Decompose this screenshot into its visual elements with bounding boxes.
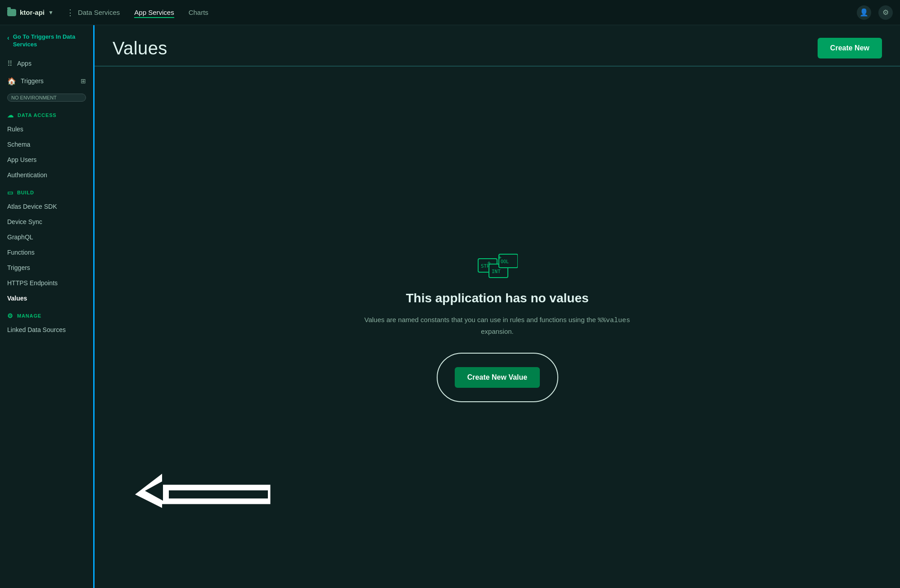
folder-icon xyxy=(7,9,16,16)
settings-icon[interactable]: ⚙ xyxy=(878,5,893,20)
empty-state: STR INT OOL + + This application has no … xyxy=(95,67,900,588)
sidebar-item-app-users[interactable]: App Users xyxy=(0,152,93,167)
project-selector[interactable]: ktor-api ▼ xyxy=(7,9,54,16)
main-content: Values Create New STR INT OOL + + This a… xyxy=(95,25,900,588)
sidebar-item-triggers[interactable]: Triggers xyxy=(0,260,93,275)
create-new-value-button[interactable]: Create New Value xyxy=(455,367,540,388)
dropdown-icon: ▼ xyxy=(48,9,54,16)
values-icon: STR INT OOL + + xyxy=(477,251,518,282)
tab-data-services[interactable]: Data Services xyxy=(78,7,120,18)
sidebar-item-apps[interactable]: ⠿ Apps xyxy=(0,55,93,72)
section-build-label: BUILD xyxy=(17,190,34,195)
manage-icon: ⚙ xyxy=(7,312,14,319)
back-link-label: Go To Triggers In Data Services xyxy=(13,33,86,49)
section-data-access-label: DATA ACCESS xyxy=(18,112,57,118)
section-build: ▭ BUILD xyxy=(0,183,93,199)
build-icon: ▭ xyxy=(7,189,14,196)
apps-label: Apps xyxy=(17,60,32,67)
env-badge[interactable]: NO ENVIRONMENT xyxy=(7,94,86,102)
svg-text:+: + xyxy=(487,259,491,266)
top-nav: ktor-api ▼ ⋮ Data Services App Services … xyxy=(0,0,900,25)
kebab-menu-icon[interactable]: ⋮ xyxy=(63,8,78,18)
triggers-label: Triggers xyxy=(21,77,44,85)
empty-state-description: Values are named constants that you can … xyxy=(362,314,633,337)
sidebar-item-triggers[interactable]: 🏠 Triggers ⊞ xyxy=(0,72,93,90)
sidebar-item-schema[interactable]: Schema xyxy=(0,137,93,152)
section-manage-label: MANAGE xyxy=(17,313,41,319)
sidebar-item-authentication[interactable]: Authentication xyxy=(0,167,93,183)
sidebar-item-functions[interactable]: Functions xyxy=(0,245,93,260)
sidebar: ‹ Go To Triggers In Data Services ⠿ Apps… xyxy=(0,25,95,588)
sidebar-item-rules[interactable]: Rules xyxy=(0,121,93,137)
oval-container: Create New Value xyxy=(434,350,561,404)
apps-icon: ⠿ xyxy=(7,59,13,68)
sidebar-item-https-endpoints[interactable]: HTTPS Endpoints xyxy=(0,275,93,291)
triggers-badge-icon: ⊞ xyxy=(81,77,86,85)
section-manage: ⚙ MANAGE xyxy=(0,306,93,322)
data-access-icon: ☁ xyxy=(7,112,14,119)
main-header: Values Create New xyxy=(95,25,900,67)
sidebar-item-linked-data-sources[interactable]: Linked Data Sources xyxy=(0,322,93,337)
back-arrow-icon: ‹ xyxy=(7,34,9,42)
create-new-button[interactable]: Create New xyxy=(818,38,882,58)
project-name: ktor-api xyxy=(20,9,45,16)
back-link[interactable]: ‹ Go To Triggers In Data Services xyxy=(0,25,93,55)
sidebar-item-atlas-device-sdk[interactable]: Atlas Device SDK xyxy=(0,199,93,214)
sidebar-item-values[interactable]: Values xyxy=(0,291,93,306)
tab-charts[interactable]: Charts xyxy=(189,7,208,18)
sidebar-item-device-sync[interactable]: Device Sync xyxy=(0,214,93,229)
nav-tabs: Data Services App Services Charts xyxy=(78,7,857,18)
user-icon[interactable]: 👤 xyxy=(857,5,871,20)
svg-text:OOL: OOL xyxy=(501,259,509,264)
section-data-access: ☁ DATA ACCESS xyxy=(0,105,93,121)
sidebar-item-graphql[interactable]: GraphQL xyxy=(0,229,93,245)
svg-text:INT: INT xyxy=(492,269,501,274)
svg-text:+: + xyxy=(498,254,502,261)
nav-right: 👤 ⚙ xyxy=(857,5,893,20)
triggers-icon: 🏠 xyxy=(7,77,16,85)
tab-app-services[interactable]: App Services xyxy=(134,7,174,18)
page-title: Values xyxy=(113,38,167,58)
empty-state-heading: This application has no values xyxy=(406,291,588,305)
app-layout: ‹ Go To Triggers In Data Services ⠿ Apps… xyxy=(0,25,900,588)
